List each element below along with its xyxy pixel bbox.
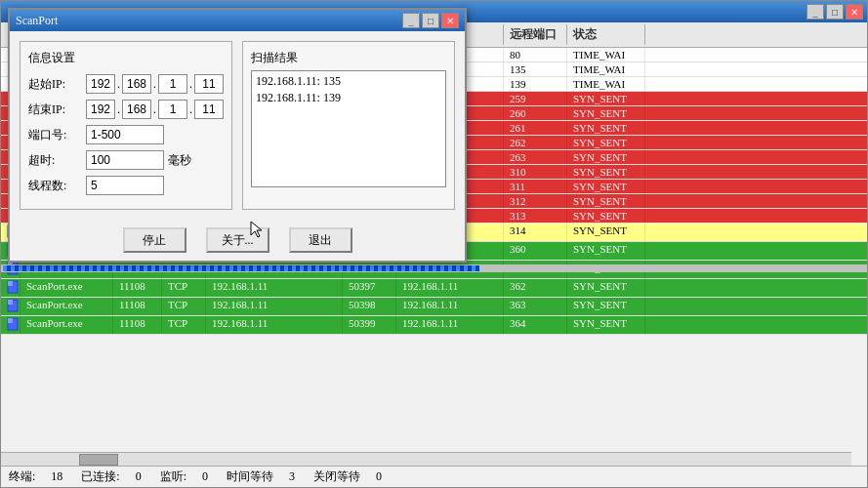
threads-row: 线程数: xyxy=(28,176,224,195)
dialog-title: ScanPort xyxy=(16,14,58,28)
end-ip-group[interactable]: . . . xyxy=(86,100,224,119)
bg-maximize-button[interactable]: □ xyxy=(826,4,844,20)
timeout-label: 超时: xyxy=(28,152,82,169)
table-cell: SYN_SENT xyxy=(567,165,645,179)
dialog-content: 信息设置 起始IP: . . . 结束IP: . xyxy=(10,31,465,220)
svg-rect-9 xyxy=(8,300,13,305)
table-cell: 11108 xyxy=(113,316,162,334)
svg-rect-7 xyxy=(8,281,13,286)
table-cell: 192.168.1.11 xyxy=(396,316,504,334)
info-section-label: 信息设置 xyxy=(28,50,224,66)
bg-close-button[interactable]: ✕ xyxy=(846,4,863,20)
end-ip-part3[interactable] xyxy=(158,100,187,119)
table-cell: 192.168.1.11 xyxy=(396,298,504,315)
port-input[interactable] xyxy=(86,125,164,144)
table-cell: 263 xyxy=(504,150,567,164)
table-cell: 360 xyxy=(504,242,567,260)
stop-button[interactable]: 停止 xyxy=(123,227,186,253)
row-icon xyxy=(1,316,21,334)
row-icon xyxy=(1,279,21,297)
start-ip-label: 起始IP: xyxy=(28,76,82,93)
ip-dot-3: . xyxy=(189,77,192,92)
table-cell: SYN_SENT xyxy=(567,180,645,193)
bg-minimize-button[interactable]: _ xyxy=(806,4,824,20)
table-cell: 192.168.1.11 xyxy=(396,279,504,297)
start-ip-part4[interactable] xyxy=(194,74,224,94)
table-cell: TCP xyxy=(162,279,206,297)
progress-area xyxy=(1,264,867,272)
end-ip-part1[interactable] xyxy=(86,100,115,119)
end-ip-part2[interactable] xyxy=(122,100,151,119)
scrollbar-thumb[interactable] xyxy=(79,454,118,466)
terminal-label: 终端: xyxy=(9,468,35,485)
table-cell: 135 xyxy=(504,62,567,76)
dialog-titlebar: ScanPort _ □ ✕ xyxy=(10,10,465,31)
start-ip-part1[interactable] xyxy=(86,74,115,94)
dialog-minimize-button[interactable]: _ xyxy=(402,13,420,28)
timeout-row: 超时: 毫秒 xyxy=(28,150,224,170)
table-cell: 310 xyxy=(504,165,567,179)
table-cell: SYN_SENT xyxy=(567,106,645,120)
ip-dot-5: . xyxy=(153,102,156,117)
port-row: 端口号: xyxy=(28,125,224,144)
table-cell: 314 xyxy=(504,224,567,241)
table-cell: SYN_SENT xyxy=(567,224,645,241)
row-icon xyxy=(1,298,21,315)
table-cell: 50398 xyxy=(343,298,396,315)
table-row[interactable]: ScanPort.exe11108TCP192.168.1.1150399192… xyxy=(1,316,867,335)
about-button[interactable]: 关于... xyxy=(206,227,269,253)
dialog-maximize-button[interactable]: □ xyxy=(422,13,439,28)
threads-input[interactable] xyxy=(86,176,164,195)
table-cell: 192.168.1.11 xyxy=(206,279,343,297)
table-cell: SYN_SENT xyxy=(567,316,645,334)
progress-bar xyxy=(3,265,479,271)
table-cell: 192.168.1.11 xyxy=(206,298,343,315)
close-wait-value: 0 xyxy=(376,469,382,484)
end-ip-part4[interactable] xyxy=(194,100,224,119)
table-cell: 259 xyxy=(504,92,567,105)
table-row[interactable]: ScanPort.exe11108TCP192.168.1.1150397192… xyxy=(1,279,867,298)
terminal-value: 18 xyxy=(51,469,62,484)
start-ip-part2[interactable] xyxy=(122,74,151,94)
time-wait-label: 时间等待 xyxy=(224,468,273,485)
table-cell: 313 xyxy=(504,209,567,223)
table-cell: 364 xyxy=(504,316,567,334)
table-cell: SYN_SENT xyxy=(567,150,645,164)
result-panel: 扫描结果 192.168.1.11: 135 192.168.1.11: 139 xyxy=(242,41,455,210)
start-ip-part3[interactable] xyxy=(158,74,187,94)
end-ip-label: 结束IP: xyxy=(28,102,82,118)
ip-dot-4: . xyxy=(117,102,120,117)
bg-window-controls[interactable]: _ □ ✕ xyxy=(806,4,863,20)
table-cell: SYN_SENT xyxy=(567,279,645,297)
status-bar: 终端: 18 已连接: 0 监听: 0 时间等待 3 关闭等待 0 xyxy=(1,466,867,487)
scan-result-item: 192.168.1.11: 135 xyxy=(254,73,443,90)
table-cell: 261 xyxy=(504,121,567,135)
end-ip-row: 结束IP: . . . xyxy=(28,100,224,119)
table-cell: ScanPort.exe xyxy=(21,298,113,315)
exit-button[interactable]: 退出 xyxy=(289,227,352,253)
scan-result-item: 192.168.1.11: 139 xyxy=(254,90,443,106)
horizontal-scrollbar[interactable] xyxy=(1,452,851,466)
table-cell: 311 xyxy=(504,180,567,193)
table-cell: TIME_WAI xyxy=(567,62,645,76)
table-cell: SYN_SENT xyxy=(567,136,645,149)
table-cell: TIME_WAI xyxy=(567,77,645,91)
threads-label: 线程数: xyxy=(28,178,82,194)
info-panel: 信息设置 起始IP: . . . 结束IP: . xyxy=(20,41,232,210)
scan-results-list[interactable]: 192.168.1.11: 135 192.168.1.11: 139 xyxy=(251,70,446,187)
table-cell: 50397 xyxy=(343,279,396,297)
table-cell: 363 xyxy=(504,298,567,315)
dialog-controls[interactable]: _ □ ✕ xyxy=(402,13,459,28)
table-cell: TCP xyxy=(162,298,206,315)
ip-dot-6: . xyxy=(189,102,192,117)
start-ip-group[interactable]: . . . xyxy=(86,74,224,94)
timeout-input[interactable] xyxy=(86,150,164,170)
table-cell: SYN_SENT xyxy=(567,209,645,223)
table-cell: 50399 xyxy=(343,316,396,334)
dialog-close-button[interactable]: ✕ xyxy=(441,13,459,28)
table-cell: 11108 xyxy=(113,279,162,297)
time-wait-value: 3 xyxy=(289,469,295,484)
button-row: 停止 关于... 退出 xyxy=(10,220,465,261)
table-cell: 80 xyxy=(504,48,567,61)
table-row[interactable]: ScanPort.exe11108TCP192.168.1.1150398192… xyxy=(1,298,867,316)
